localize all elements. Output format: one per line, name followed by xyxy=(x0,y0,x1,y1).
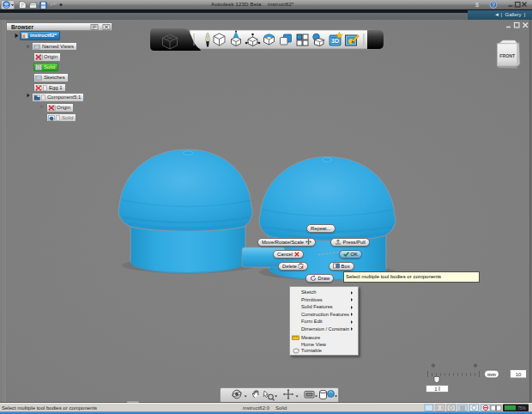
svg-text:10: 10 xyxy=(516,372,522,377)
svg-text:?: ? xyxy=(492,2,495,8)
svg-text:mm: mm xyxy=(487,372,496,377)
svg-text:3D: 3D xyxy=(331,37,339,43)
svg-text:$: $ xyxy=(475,2,479,8)
svg-text:FRONT: FRONT xyxy=(499,52,516,58)
svg-text:75%: 75% xyxy=(518,406,526,411)
